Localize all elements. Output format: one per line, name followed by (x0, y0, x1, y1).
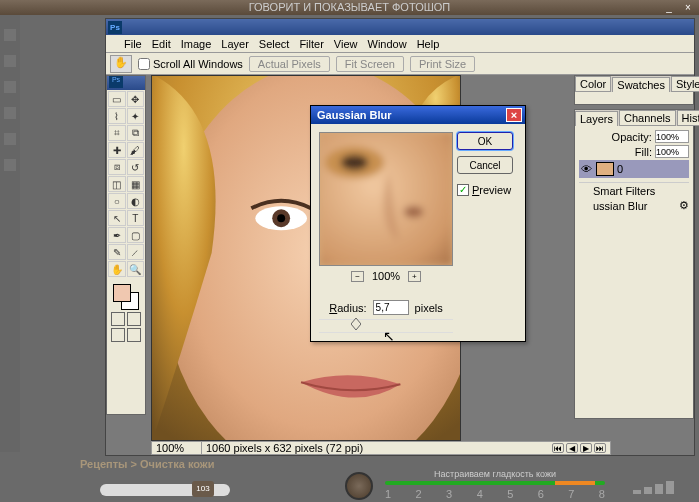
zoom-tool-icon[interactable]: 🔍 (127, 261, 145, 277)
scroll-all-input[interactable] (138, 58, 150, 70)
type-tool-icon[interactable]: T (127, 210, 145, 226)
fit-screen-button[interactable]: Fit Screen (336, 56, 404, 72)
tab-channels[interactable]: Channels (619, 110, 675, 126)
menu-image[interactable]: Image (181, 38, 212, 50)
lasso-tool-icon[interactable]: ⌇ (108, 108, 126, 124)
pen-tool-icon[interactable]: ✒ (108, 227, 126, 243)
tab-layers[interactable]: Layers (575, 111, 618, 126)
zoom-out-icon[interactable]: − (351, 271, 364, 282)
preview-check-icon[interactable]: ✓ (457, 184, 469, 196)
rail-icon[interactable] (4, 133, 16, 145)
scrub-thumb[interactable]: 103 (192, 481, 214, 497)
ok-button[interactable]: OK (457, 132, 513, 150)
eraser-tool-icon[interactable]: ◫ (108, 176, 126, 192)
minimize-icon[interactable]: _ (662, 0, 676, 12)
dodge-tool-icon[interactable]: ◐ (127, 193, 145, 209)
opacity-input[interactable] (655, 130, 689, 143)
menu-edit[interactable]: Edit (152, 38, 171, 50)
tick[interactable]: 1 (385, 488, 391, 500)
gradient-tool-icon[interactable]: ▦ (127, 176, 145, 192)
screen-mode-2-icon[interactable] (127, 328, 141, 342)
crop-tool-icon[interactable]: ⌗ (108, 125, 126, 141)
fill-input[interactable] (655, 145, 689, 158)
menu-help[interactable]: Help (417, 38, 440, 50)
svg-point-10 (341, 155, 369, 171)
rail-icon[interactable] (4, 159, 16, 171)
smart-filters-row[interactable]: Smart Filters (579, 185, 689, 197)
filter-settings-icon[interactable]: ⚙ (679, 199, 689, 212)
wand-tool-icon[interactable]: ✦ (127, 108, 145, 124)
layer-thumb (596, 162, 614, 176)
breadcrumb[interactable]: Рецепты > Очистка кожи (80, 458, 214, 470)
radius-label: Radius: (329, 302, 366, 314)
tick[interactable]: 7 (568, 488, 574, 500)
dialog-close-icon[interactable]: × (506, 108, 522, 122)
layer-row-active[interactable]: 👁 0 (579, 160, 689, 178)
rail-icon[interactable] (4, 29, 16, 41)
history-brush-icon[interactable]: ↺ (127, 159, 145, 175)
rail-icon[interactable] (4, 81, 16, 93)
radius-input[interactable] (373, 300, 409, 315)
tick[interactable]: 8 (599, 488, 605, 500)
close-icon[interactable]: × (681, 0, 695, 12)
zoom-in-icon[interactable]: + (408, 271, 421, 282)
tick[interactable]: 6 (538, 488, 544, 500)
menu-layer[interactable]: Layer (221, 38, 249, 50)
zoom-display[interactable]: 100% (152, 442, 202, 454)
filter-gaussian-row[interactable]: ussian Blur⚙ (579, 199, 689, 212)
slice-tool-icon[interactable]: ⧉ (127, 125, 145, 141)
tick[interactable]: 4 (477, 488, 483, 500)
rail-icon[interactable] (4, 107, 16, 119)
volume-icon[interactable] (631, 480, 691, 496)
preview-checkbox[interactable]: ✓ PPreviewreview (457, 184, 517, 196)
cancel-button[interactable]: Cancel (457, 156, 513, 174)
brush-tool-icon[interactable]: 🖌 (127, 142, 145, 158)
hand-tool-icon[interactable]: ✋ (110, 55, 132, 73)
menu-window[interactable]: Window (368, 38, 407, 50)
blur-tool-icon[interactable]: ○ (108, 193, 126, 209)
print-size-button[interactable]: Print Size (410, 56, 475, 72)
heal-tool-icon[interactable]: ✚ (108, 142, 126, 158)
status-bar: 100% 1060 pixels x 632 pixels (72 ppi) ⏮… (151, 441, 611, 455)
dialog-titlebar[interactable]: Gaussian Blur × (311, 106, 525, 124)
progress-bar[interactable] (385, 481, 605, 485)
path-tool-icon[interactable]: ↖ (108, 210, 126, 226)
actual-pixels-button[interactable]: Actual Pixels (249, 56, 330, 72)
tick[interactable]: 2 (416, 488, 422, 500)
move-tool-icon[interactable]: ✥ (127, 91, 145, 107)
slider-thumb-icon[interactable] (351, 318, 361, 330)
eyedropper-tool-icon[interactable]: ⟋ (127, 244, 145, 260)
scrub-bar[interactable]: 103 (100, 484, 230, 496)
tab-color[interactable]: Color (575, 76, 611, 92)
tab-history[interactable]: History (677, 110, 699, 126)
screen-mode-1-icon[interactable] (111, 328, 125, 342)
marquee-tool-icon[interactable]: ▭ (108, 91, 126, 107)
ps-titlebar[interactable]: Ps (106, 19, 694, 35)
scroll-all-checkbox[interactable]: Scroll All Windows (138, 58, 243, 70)
tick[interactable]: 3 (446, 488, 452, 500)
stamp-tool-icon[interactable]: ⧇ (108, 159, 126, 175)
tick[interactable]: 5 (507, 488, 513, 500)
nav-next-icon[interactable]: ⏭ (594, 443, 606, 453)
notes-tool-icon[interactable]: ✎ (108, 244, 126, 260)
menu-view[interactable]: View (334, 38, 358, 50)
nav-play-icon[interactable]: ▶ (580, 443, 592, 453)
eye-icon[interactable]: 👁 (581, 163, 593, 175)
color-panel: Color Swatches Styles (574, 75, 694, 105)
tab-styles[interactable]: Styles (671, 76, 699, 92)
menu-select[interactable]: Select (259, 38, 290, 50)
progress-label: Настраиваем гладкость кожи (385, 469, 605, 479)
standard-mode-icon[interactable] (111, 312, 125, 326)
rail-icon[interactable] (4, 55, 16, 67)
fg-color-swatch[interactable] (113, 284, 131, 302)
jog-knob-icon[interactable] (345, 472, 373, 500)
menu-filter[interactable]: Filter (299, 38, 323, 50)
hand-tool2-icon[interactable]: ✋ (108, 261, 126, 277)
nav-prev-icon[interactable]: ◀ (566, 443, 578, 453)
shape-tool-icon[interactable]: ▢ (127, 227, 145, 243)
dialog-preview[interactable] (319, 132, 453, 266)
menu-file[interactable]: File (124, 38, 142, 50)
quickmask-icon[interactable] (127, 312, 141, 326)
nav-first-icon[interactable]: ⏮ (552, 443, 564, 453)
tab-swatches[interactable]: Swatches (612, 77, 670, 92)
